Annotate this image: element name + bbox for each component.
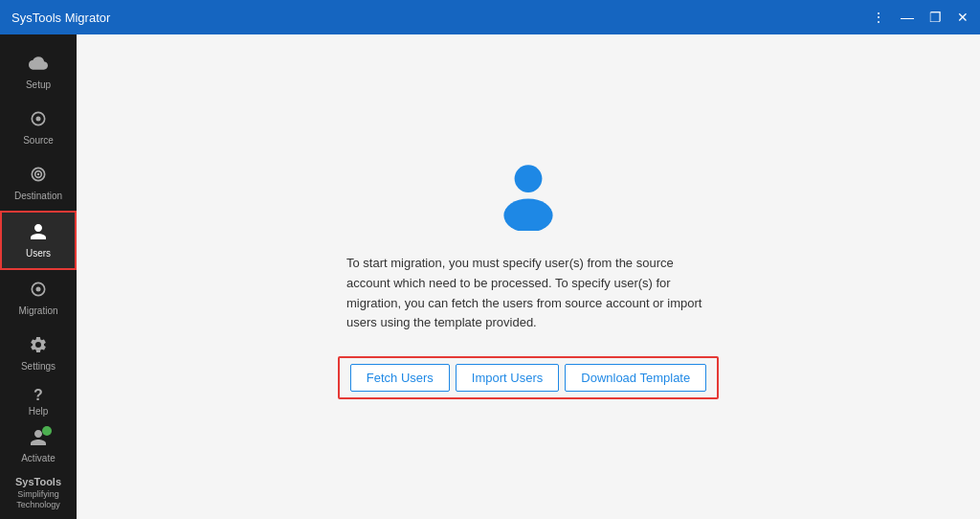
migration-icon [29,280,48,302]
restore-icon[interactable]: ❐ [929,11,942,24]
svg-point-7 [515,165,543,192]
sidebar-settings-label: Settings [21,361,56,372]
systools-logo: SysTools Simplifying Technology [0,469,77,513]
close-icon[interactable]: ✕ [957,11,969,24]
titlebar: SysTools Migrator ⋮ — ❐ ✕ [0,0,980,34]
sidebar-users-label: Users [26,248,51,259]
help-item[interactable]: ? Help [29,381,49,422]
import-users-button[interactable]: Import Users [456,364,559,392]
sidebar-setup-label: Setup [26,79,51,90]
app-title: SysTools Migrator [11,11,872,25]
destination-icon [29,165,48,187]
help-label: Help [29,406,49,417]
content-area: To start migration, you must specify use… [77,34,980,519]
logo-brand: SysTools [15,476,61,487]
download-template-button[interactable]: Download Template [565,364,706,392]
sidebar-item-setup[interactable]: Setup [0,44,77,100]
cloud-icon [29,54,48,76]
fetch-users-button[interactable]: Fetch Users [350,364,450,392]
sidebar-item-settings[interactable]: Settings [0,326,77,381]
activate-item[interactable]: Activate [21,422,56,469]
sidebar-bottom: ? Help Activate SysTools Simplifying Tec… [0,381,77,519]
minimize-icon[interactable]: — [901,11,914,24]
users-icon [29,222,48,244]
active-status-dot [42,426,52,436]
sidebar-destination-label: Destination [14,191,62,201]
sidebar-item-users[interactable]: Users [0,211,77,270]
action-buttons-group: Fetch Users Import Users Download Templa… [338,356,719,399]
svg-point-4 [37,173,40,176]
sidebar-migration-label: Migration [18,305,57,316]
help-icon: ? [33,387,43,404]
source-icon [29,109,48,131]
sidebar: Setup Source Destination Users Migration [0,34,77,519]
description-text: To start migration, you must specify use… [346,254,710,333]
sidebar-item-destination[interactable]: Destination [0,155,77,211]
menu-icon[interactable]: ⋮ [872,11,885,24]
logo-tagline: Simplifying Technology [16,489,60,510]
sidebar-item-migration[interactable]: Migration [0,270,77,326]
svg-point-8 [503,198,552,231]
activate-icon [29,428,48,451]
activate-label: Activate [21,453,56,463]
settings-icon [29,335,48,357]
sidebar-source-label: Source [23,135,54,146]
main-layout: Setup Source Destination Users Migration [0,34,980,519]
sidebar-item-source[interactable]: Source [0,100,77,155]
user-avatar-illustration [490,154,567,235]
svg-point-1 [36,117,41,122]
window-controls: ⋮ — ❐ ✕ [872,11,969,24]
svg-point-6 [36,287,41,292]
